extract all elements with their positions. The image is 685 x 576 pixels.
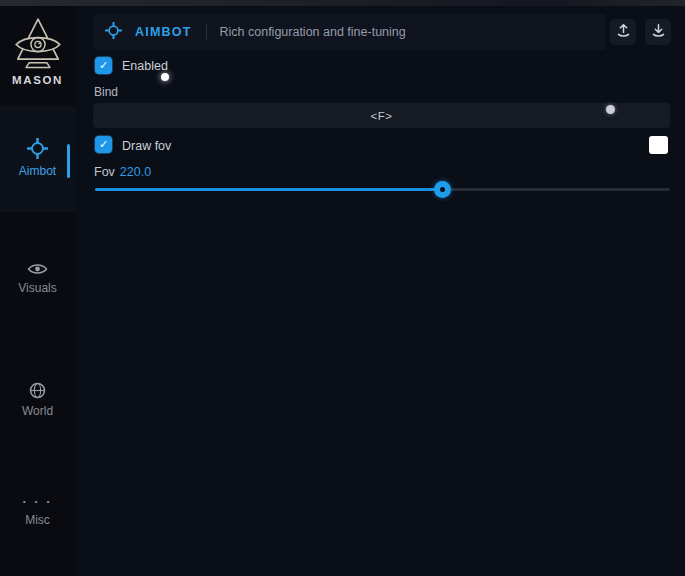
fov-label-row: Fov220.0 — [94, 165, 151, 179]
enabled-checkbox[interactable]: ✓ — [95, 57, 112, 74]
crosshair-icon — [105, 22, 122, 43]
sidebar-item-aimbot[interactable]: Aimbot — [0, 106, 75, 212]
sidebar-item-label: Aimbot — [0, 164, 75, 178]
header-divider — [206, 24, 207, 40]
cursor-dot — [161, 73, 169, 81]
fov-color-swatch[interactable] — [649, 136, 668, 154]
sidebar-item-label: Visuals — [0, 281, 75, 295]
check-icon: ✓ — [99, 57, 108, 74]
draw-fov-checkbox[interactable]: ✓ — [95, 136, 112, 153]
sidebar-item-misc[interactable]: · · · Misc — [0, 496, 75, 527]
brand-logo: MASON — [0, 16, 75, 86]
bind-value: <F> — [371, 110, 393, 122]
cursor-dot — [606, 105, 615, 114]
active-tab-indicator — [67, 144, 70, 178]
sidebar-item-visuals[interactable]: Visuals — [0, 262, 75, 295]
globe-icon — [0, 382, 75, 399]
bind-input[interactable]: <F> — [93, 103, 670, 128]
bind-label: Bind — [94, 85, 118, 99]
eye-pyramid-logo-icon — [0, 16, 75, 70]
fov-slider[interactable] — [95, 188, 670, 191]
sidebar: MASON Aimbot Visuals — [0, 6, 75, 576]
sidebar-item-label: Misc — [0, 513, 75, 527]
upload-config-button[interactable] — [610, 19, 636, 45]
page-subtitle: Rich configuration and fine-tuning — [220, 25, 406, 39]
sidebar-item-world[interactable]: World — [0, 382, 75, 418]
fov-slider-thumb[interactable] — [434, 181, 451, 198]
draw-fov-label: Draw fov — [122, 139, 171, 153]
enabled-label: Enabled — [122, 59, 168, 73]
fov-label: Fov — [94, 165, 115, 179]
download-config-button[interactable] — [645, 19, 671, 45]
page-title: AIMBOT — [135, 25, 192, 39]
eye-icon — [0, 262, 75, 276]
app-window: MASON Aimbot Visuals — [0, 0, 685, 576]
crosshair-icon — [0, 138, 75, 159]
brand-name: MASON — [0, 74, 75, 86]
fov-value: 220.0 — [120, 165, 151, 179]
fov-slider-fill — [95, 188, 443, 191]
check-icon: ✓ — [99, 136, 108, 153]
window-top-edge — [0, 0, 685, 6]
ellipsis-icon: · · · — [0, 496, 75, 508]
sidebar-item-label: World — [0, 404, 75, 418]
upload-icon — [616, 22, 631, 42]
download-icon — [651, 22, 666, 42]
page-header: AIMBOT Rich configuration and fine-tunin… — [93, 14, 606, 50]
